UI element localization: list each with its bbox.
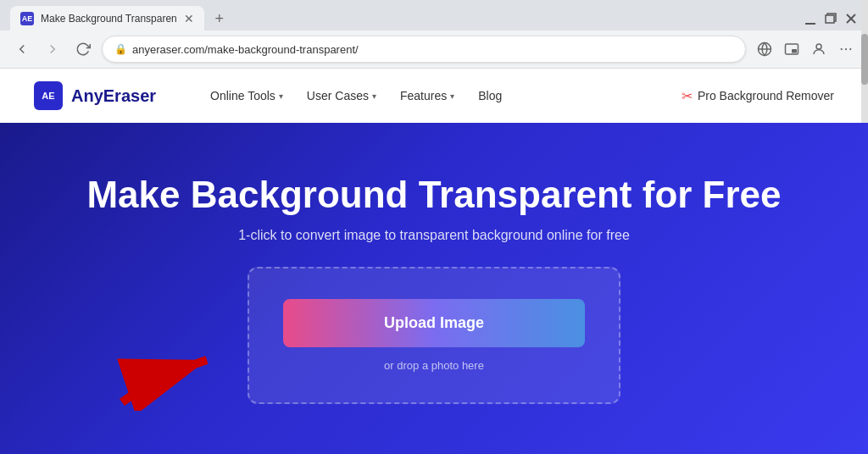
back-button[interactable] xyxy=(10,37,34,61)
drop-text: or drop a photo here xyxy=(384,359,484,372)
nav-features[interactable]: Features ▾ xyxy=(390,82,465,109)
address-bar[interactable]: 🔒 anyeraser.com/make-background-transpar… xyxy=(102,36,746,63)
pro-icon: ✂ xyxy=(682,88,693,104)
nav-user-cases-label: User Cases xyxy=(307,89,369,102)
toolbar-icons xyxy=(753,37,858,61)
red-arrow-icon xyxy=(105,309,258,411)
restore-icon[interactable] xyxy=(824,12,837,25)
forward-button[interactable] xyxy=(41,37,64,61)
pip-icon[interactable] xyxy=(780,37,804,61)
upload-image-button[interactable]: Upload Image xyxy=(283,299,585,347)
address-text: anyeraser.com/make-background-transparen… xyxy=(132,43,733,56)
chevron-down-icon: ▾ xyxy=(279,91,283,101)
nav-online-tools-label: Online Tools xyxy=(210,89,275,102)
new-tab-button[interactable]: + xyxy=(208,7,231,30)
svg-point-10 xyxy=(845,48,847,50)
lock-icon: 🔒 xyxy=(114,43,127,55)
logo-text: AnyEraser xyxy=(71,86,156,106)
window-controls xyxy=(804,12,858,25)
scrollbar-thumb[interactable] xyxy=(861,34,868,85)
hero-title: Make Background Transparent for Free xyxy=(86,174,781,217)
address-bar-row: 🔒 anyeraser.com/make-background-transpar… xyxy=(0,30,868,68)
browser-tab[interactable]: AE Make Background Transparen ✕ xyxy=(10,6,204,31)
chevron-down-icon: ▾ xyxy=(450,91,454,101)
profile-icon[interactable] xyxy=(807,37,831,61)
title-bar: AE Make Background Transparen ✕ + xyxy=(0,0,868,30)
site-logo[interactable]: AE AnyEraser xyxy=(34,81,156,110)
nav-pro-label: Pro Background Remover xyxy=(698,89,834,102)
svg-point-8 xyxy=(816,44,821,49)
logo-icon: AE xyxy=(34,81,63,110)
browser-chrome: AE Make Background Transparen ✕ + 🔒 anye… xyxy=(0,0,868,69)
nav-blog[interactable]: Blog xyxy=(468,82,512,109)
website-content: AE AnyEraser Online Tools ▾ User Cases ▾… xyxy=(0,69,868,454)
svg-rect-7 xyxy=(792,49,797,53)
svg-point-9 xyxy=(841,48,843,50)
upload-area[interactable]: Upload Image or drop a photo here xyxy=(248,267,620,404)
nav-user-cases[interactable]: User Cases ▾ xyxy=(297,82,387,109)
tab-title: Make Background Transparen xyxy=(41,13,177,25)
svg-point-11 xyxy=(849,48,851,50)
nav-features-label: Features xyxy=(400,89,447,102)
site-nav: AE AnyEraser Online Tools ▾ User Cases ▾… xyxy=(0,69,868,123)
tab-favicon: AE xyxy=(20,12,34,25)
nav-online-tools[interactable]: Online Tools ▾ xyxy=(200,82,293,109)
tab-close-button[interactable]: ✕ xyxy=(184,12,194,25)
minimize-icon[interactable] xyxy=(804,12,817,25)
svg-rect-1 xyxy=(826,15,834,23)
menu-icon[interactable] xyxy=(834,37,858,61)
translate-icon[interactable] xyxy=(753,37,776,61)
nav-pro-background-remover[interactable]: ✂ Pro Background Remover xyxy=(682,88,834,104)
chevron-down-icon: ▾ xyxy=(372,91,376,101)
hero-section: Make Background Transparent for Free 1-c… xyxy=(0,123,868,454)
close-icon[interactable] xyxy=(844,12,858,25)
nav-links: Online Tools ▾ User Cases ▾ Features ▾ B… xyxy=(200,82,512,109)
hero-subtitle: 1-click to convert image to transparent … xyxy=(238,228,630,243)
reload-button[interactable] xyxy=(71,37,95,61)
